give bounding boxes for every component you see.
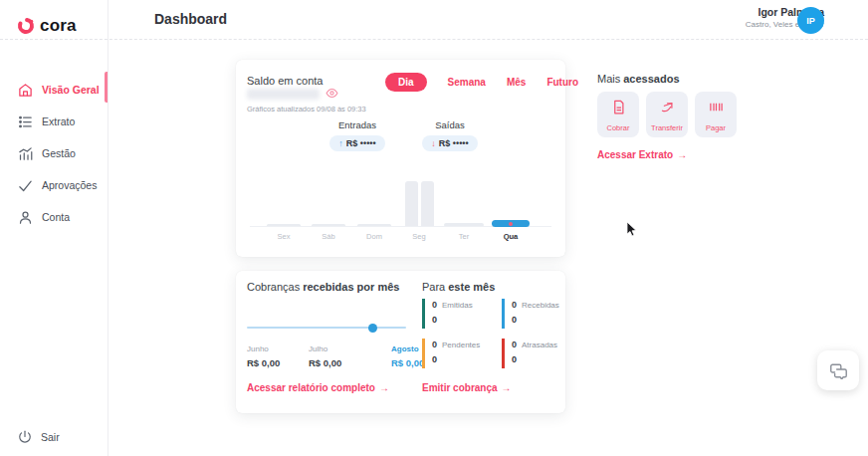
eye-icon: [326, 87, 338, 100]
stat-value: 0: [512, 354, 577, 364]
day-label: Sáb: [322, 232, 334, 241]
pagar-button[interactable]: Pagar: [695, 92, 737, 137]
stat-atrasadas: 0Atrasadas 0: [502, 339, 577, 368]
mouse-cursor: [626, 221, 638, 237]
arrow-right-icon: →: [502, 382, 512, 393]
line-chart-track: [247, 327, 406, 329]
active-item-indicator: [105, 72, 108, 103]
chart-icon: [18, 146, 33, 161]
pagar-label: Pagar: [706, 123, 726, 132]
day-label: Sex: [278, 232, 291, 241]
month-agosto-selected: Agosto R$ 0,00: [391, 344, 424, 368]
inflow-value: R$ •••••: [346, 138, 376, 148]
sidebar-item-label: Aprovações: [42, 179, 97, 191]
home-icon: [18, 83, 33, 98]
quick-actions: Cobrar Transferir Pagar: [597, 92, 737, 137]
sidebar-item-gestao[interactable]: Gestão: [18, 141, 106, 165]
stat-count: 0: [432, 300, 437, 310]
acessar-extrato-link[interactable]: Acessar Extrato→: [597, 149, 687, 160]
acessar-extrato-label: Acessar Extrato: [597, 149, 673, 160]
day-label: Dom: [366, 232, 382, 241]
user-icon: [18, 210, 33, 225]
emitir-cobranca-link[interactable]: Emitir cobrança→: [422, 382, 512, 393]
charges-title: Cobrançasrecebidas por mês: [247, 281, 399, 293]
sidebar-item-label: Visão Geral: [42, 84, 100, 96]
outflow-label: Saídas: [402, 119, 498, 130]
avatar[interactable]: IP: [797, 7, 824, 34]
cobrar-button[interactable]: Cobrar: [597, 92, 639, 137]
charges-title-prefix: Cobranças: [247, 281, 300, 293]
acessar-relatorio-link[interactable]: Acessar relatório completo→: [247, 382, 389, 393]
stat-count: 0: [512, 340, 517, 349]
month-summary-title-bold: este mês: [448, 281, 495, 293]
day-label: Seg: [412, 232, 425, 241]
emitir-cobranca-label: Emitir cobrança: [422, 382, 498, 393]
stat-label: Atrasadas: [522, 341, 557, 349]
toggle-balance-visibility[interactable]: [326, 86, 338, 104]
stat-recebidas: 0Recebidas 0: [502, 299, 577, 329]
month-summary-title: Paraeste mês: [422, 281, 495, 293]
arrow-right-icon: →: [677, 149, 687, 160]
stat-value: 0: [432, 315, 498, 325]
tab-dia[interactable]: Dia: [385, 73, 427, 92]
sidebar-divider: [108, 0, 108, 456]
transferir-button[interactable]: Transferir: [646, 92, 688, 137]
month-value: R$ 0,00: [309, 357, 341, 368]
chat-widget-button[interactable]: [817, 350, 859, 390]
dashboard-screen: cora Visão Geral Extrato Gestão Aprovaçõ…: [0, 0, 868, 456]
inflow-label: Entradas: [310, 119, 405, 130]
stat-label: Emitidas: [442, 301, 473, 310]
sidebar-item-conta[interactable]: Conta: [18, 205, 106, 229]
arrow-right-icon: →: [379, 382, 389, 393]
cobrar-label: Cobrar: [607, 123, 630, 132]
sidebar-item-label: Conta: [42, 211, 70, 223]
outflow-block: Saídas ↓ R$ •••••: [402, 119, 498, 151]
check-icon: [18, 178, 33, 193]
power-icon: [18, 430, 32, 444]
quick-access-title-prefix: Mais: [597, 73, 620, 85]
sidebar-item-extrato[interactable]: Extrato: [18, 110, 106, 133]
month-julho: Julho R$ 0,00: [309, 344, 341, 368]
stat-value: 0: [512, 315, 577, 325]
cora-logo-icon: [17, 17, 35, 35]
selected-day-marker: [492, 220, 530, 227]
day-label: Ter: [459, 232, 469, 241]
sidebar-item-visao-geral[interactable]: Visão Geral: [18, 78, 106, 102]
logout-label: Sair: [41, 431, 60, 443]
month-value: R$ 0,00: [247, 357, 280, 368]
charts-updated-text: Gráficos atualizados 09/08 às 09:33: [247, 105, 366, 114]
line-chart-point: [368, 324, 377, 333]
inflow-block: Entradas ↑ R$ •••••: [310, 119, 405, 151]
month-summary-title-prefix: Para: [422, 281, 445, 293]
quick-access-title-bold: acessados: [623, 73, 679, 85]
header-divider: [0, 39, 868, 40]
stat-label: Recebidas: [522, 301, 559, 310]
outflow-value-pill: ↓ R$ •••••: [422, 135, 477, 151]
stat-emitidas: 0Emitidas 0: [422, 299, 498, 329]
inflow-value-pill: ↑ R$ •••••: [329, 135, 384, 151]
statement-icon: [18, 114, 33, 129]
tab-semana[interactable]: Semana: [448, 77, 486, 88]
logout-button[interactable]: Sair: [18, 430, 60, 444]
page-title: Dashboard: [154, 11, 227, 27]
sidebar-item-label: Gestão: [42, 147, 76, 159]
month-value: R$ 0,00: [391, 357, 424, 368]
month-junho: Junho R$ 0,00: [247, 344, 280, 368]
balance-hidden-value: [247, 89, 320, 100]
transfer-icon: [660, 100, 675, 114]
selected-day-dot: [509, 222, 513, 226]
quick-access-title: Maisacessados: [597, 73, 680, 85]
cora-logo: cora: [17, 16, 77, 36]
stat-value: 0: [432, 354, 498, 364]
tab-mes[interactable]: Mês: [507, 77, 526, 88]
bar-seg: [405, 181, 418, 227]
month-label: Agosto: [391, 344, 424, 353]
stat-count: 0: [432, 340, 437, 349]
bar-seg-2: [421, 181, 434, 227]
sidebar-item-aprovacoes[interactable]: Aprovações: [18, 173, 106, 197]
arrow-down-icon: ↓: [431, 138, 436, 148]
charges-card: Cobrançasrecebidas por mês Junho R$ 0,00…: [236, 271, 565, 413]
stat-label: Pendentes: [442, 341, 480, 349]
daily-balance-chart: Sex Sáb Dom Seg Ter Qua: [236, 174, 565, 244]
tab-futuro[interactable]: Futuro: [546, 77, 578, 88]
